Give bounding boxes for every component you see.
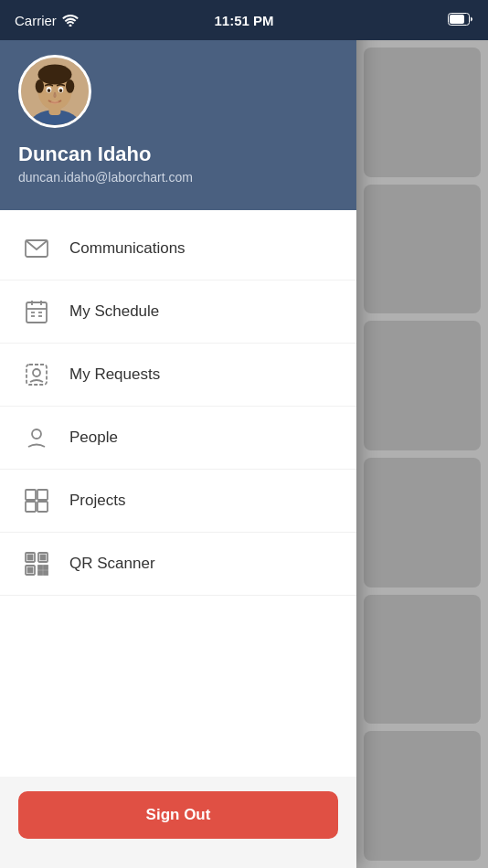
menu-list: Communications My Schedule — [0, 210, 356, 777]
background-panel — [356, 40, 488, 868]
svg-rect-39 — [44, 571, 48, 575]
sidebar-item-my-requests[interactable]: My Requests — [0, 344, 356, 407]
svg-rect-27 — [37, 490, 48, 500]
svg-point-6 — [38, 64, 72, 84]
svg-rect-36 — [38, 566, 42, 569]
navigation-drawer: Duncan Idaho duncan.idaho@laborchart.com… — [0, 0, 356, 868]
svg-rect-38 — [38, 571, 42, 575]
sidebar-item-projects[interactable]: Projects — [0, 470, 356, 533]
bg-card-4 — [364, 458, 481, 587]
sidebar-item-qr-scanner[interactable]: QR Scanner — [0, 533, 356, 596]
sidebar-item-people[interactable]: People — [0, 407, 356, 470]
qr-icon — [22, 549, 51, 578]
communications-label: Communications — [69, 239, 186, 258]
carrier-label: Carrier — [15, 13, 79, 28]
svg-point-11 — [48, 89, 51, 92]
my-schedule-label: My Schedule — [69, 302, 159, 321]
svg-rect-26 — [26, 490, 36, 500]
qr-scanner-label: QR Scanner — [69, 555, 155, 573]
svg-point-8 — [66, 79, 74, 93]
svg-rect-1 — [450, 15, 464, 24]
svg-rect-23 — [27, 365, 47, 385]
bg-card-5 — [364, 595, 481, 725]
requests-icon — [22, 360, 51, 389]
projects-icon — [22, 486, 51, 515]
svg-rect-35 — [28, 568, 33, 573]
status-time: 11:51 PM — [214, 13, 273, 28]
mail-icon — [22, 234, 51, 263]
signout-section: Sign Out — [0, 777, 356, 868]
bg-card-1 — [364, 48, 481, 177]
svg-rect-28 — [26, 502, 36, 512]
battery-indicator — [448, 13, 473, 28]
svg-rect-33 — [41, 556, 46, 560]
profile-email: duncan.idaho@laborchart.com — [18, 170, 338, 185]
svg-point-13 — [50, 101, 58, 104]
svg-point-25 — [32, 429, 41, 439]
signout-button[interactable]: Sign Out — [18, 791, 338, 839]
avatar — [18, 55, 91, 128]
status-bar: Carrier 11:51 PM — [0, 0, 488, 40]
svg-point-24 — [33, 369, 40, 376]
svg-rect-15 — [27, 302, 47, 323]
svg-rect-37 — [44, 566, 48, 569]
bg-card-3 — [364, 321, 481, 450]
my-requests-label: My Requests — [69, 365, 160, 384]
people-icon — [22, 423, 51, 452]
sidebar-item-communications[interactable]: Communications — [0, 217, 356, 281]
bg-card-6 — [364, 731, 481, 861]
svg-rect-29 — [37, 502, 48, 512]
projects-label: Projects — [69, 492, 125, 510]
schedule-icon — [22, 297, 51, 326]
bg-card-2 — [364, 185, 481, 314]
people-label: People — [69, 429, 118, 447]
profile-name: Duncan Idaho — [18, 143, 338, 166]
svg-point-7 — [36, 79, 44, 93]
svg-point-12 — [59, 89, 63, 92]
sidebar-item-my-schedule[interactable]: My Schedule — [0, 281, 356, 344]
svg-rect-31 — [28, 556, 33, 560]
